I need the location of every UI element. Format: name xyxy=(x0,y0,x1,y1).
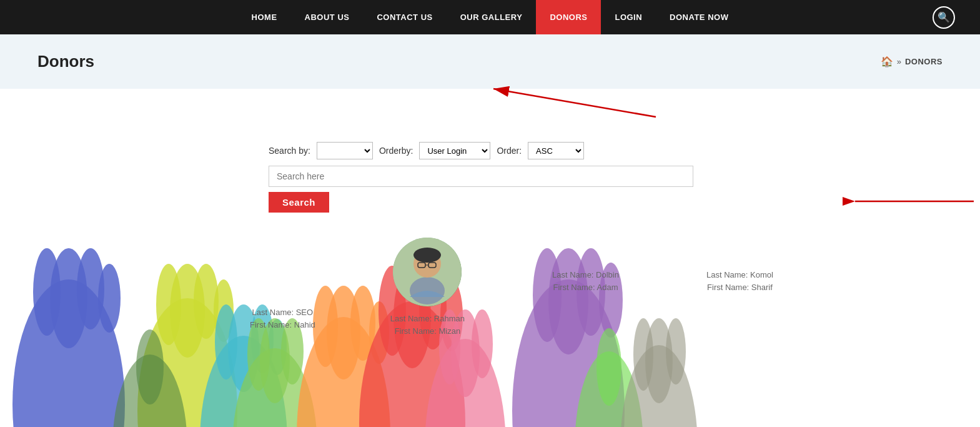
donor-lastname-2: Last Name: Rahman xyxy=(390,313,465,325)
arrow-annotation-1 xyxy=(0,89,980,123)
donor-firstname-2: First Name: Mizan xyxy=(390,325,465,338)
svg-point-4 xyxy=(33,248,61,336)
search-button[interactable]: Search xyxy=(269,192,329,213)
orderby-select[interactable]: User Login Last Name First Name Email xyxy=(419,142,490,159)
donor-firstname-1: First Name: Nahid xyxy=(250,319,315,331)
main-content: Search by: Name Email Login Orderby: Use… xyxy=(0,123,980,427)
nav-items: HOME ABOUT US CONTACT US OUR GALLERY DON… xyxy=(238,0,743,34)
home-icon: 🏠 xyxy=(881,56,893,68)
donor-lastname-1: Last Name: SEO xyxy=(250,306,315,319)
svg-line-1 xyxy=(493,89,656,117)
breadcrumb: 🏠 » DONORS xyxy=(881,56,943,68)
order-select[interactable]: ASC DESC xyxy=(528,142,584,159)
page-title: Donors xyxy=(37,52,94,71)
search-input-row xyxy=(269,166,693,187)
nav-item-home[interactable]: HOME xyxy=(238,0,291,34)
search-by-select[interactable]: Name Email Login xyxy=(317,142,373,159)
search-by-label: Search by: xyxy=(269,146,310,156)
donors-section: Last Name: SEO First Name: Nahid xyxy=(269,225,980,337)
nav-item-donors[interactable]: DONORS xyxy=(536,0,601,34)
order-label: Order: xyxy=(497,146,522,156)
nav-item-login[interactable]: LOGIN xyxy=(601,0,656,34)
orderby-label: Orderby: xyxy=(379,146,413,156)
svg-point-9 xyxy=(156,264,181,345)
donor-card-3: Last Name: Dolbin First Name: Adam xyxy=(552,269,619,337)
svg-point-6 xyxy=(98,264,121,333)
svg-point-43 xyxy=(596,328,621,406)
donor-firstname-4: First Name: Sharif xyxy=(706,281,773,294)
nav-item-gallery[interactable]: OUR GALLERY xyxy=(447,0,537,34)
donor-lastname-3: Last Name: Dolbin xyxy=(552,269,619,281)
nav-search-button[interactable]: 🔍 xyxy=(933,6,955,29)
svg-point-13 xyxy=(136,329,164,404)
nav-item-donate[interactable]: DONATE NOW xyxy=(656,0,742,34)
svg-point-51 xyxy=(413,248,441,263)
breadcrumb-current: DONORS xyxy=(905,57,943,66)
donor-lastname-4: Last Name: Komol xyxy=(706,269,773,281)
main-nav: HOME ABOUT US CONTACT US OUR GALLERY DON… xyxy=(0,0,980,34)
avatar-image-2 xyxy=(393,238,462,306)
donor-card-2: Last Name: Rahman First Name: Mizan xyxy=(390,238,465,337)
search-input[interactable] xyxy=(269,166,693,187)
breadcrumb-banner: Donors 🏠 » DONORS xyxy=(0,34,980,89)
donor-firstname-3: First Name: Adam xyxy=(552,281,619,294)
donor-card-4: Last Name: Komol First Name: Sharif xyxy=(706,269,773,337)
donor-avatar-2 xyxy=(393,238,462,306)
search-icon: 🔍 xyxy=(938,11,950,23)
donor-card-1: Last Name: SEO First Name: Nahid xyxy=(250,306,315,337)
svg-point-16 xyxy=(215,304,237,379)
search-controls: Search by: Name Email Login Orderby: Use… xyxy=(269,142,693,159)
nav-item-about[interactable]: ABOUT US xyxy=(291,0,364,34)
breadcrumb-separator: » xyxy=(897,57,901,66)
nav-item-contact[interactable]: CONTACT US xyxy=(363,0,446,34)
search-area: Search by: Name Email Login Orderby: Use… xyxy=(269,123,693,213)
